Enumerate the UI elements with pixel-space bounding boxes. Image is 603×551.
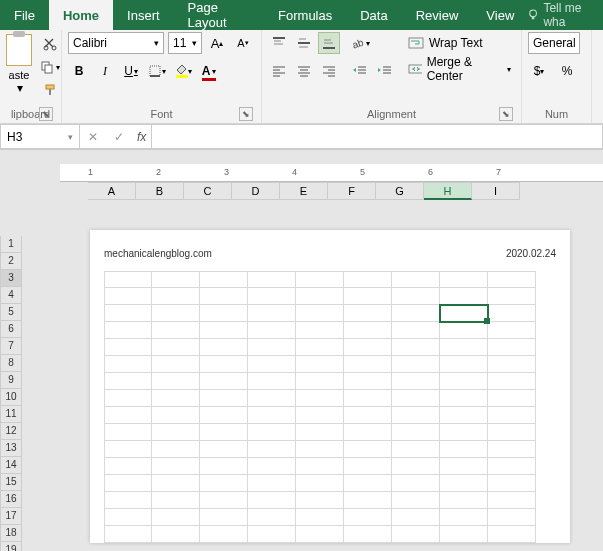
cell[interactable] <box>344 305 392 322</box>
align-right-button[interactable] <box>318 60 340 82</box>
cell[interactable] <box>440 407 488 424</box>
cell[interactable] <box>104 339 152 356</box>
column-header[interactable]: A <box>88 182 136 200</box>
cell[interactable] <box>392 526 440 543</box>
cell[interactable] <box>152 339 200 356</box>
cell[interactable] <box>152 458 200 475</box>
cell[interactable] <box>296 271 344 288</box>
tab-data[interactable]: Data <box>346 0 401 30</box>
bold-button[interactable]: B <box>68 60 90 82</box>
cell[interactable] <box>296 305 344 322</box>
row-header[interactable]: 18 <box>0 525 22 542</box>
cell[interactable] <box>248 492 296 509</box>
cell[interactable] <box>488 458 536 475</box>
row-header[interactable]: 19 <box>0 542 22 551</box>
cell[interactable] <box>296 441 344 458</box>
cell[interactable] <box>440 373 488 390</box>
cell[interactable] <box>488 509 536 526</box>
fx-label[interactable]: fx <box>132 130 151 144</box>
cell[interactable] <box>104 305 152 322</box>
cell[interactable] <box>248 475 296 492</box>
cell[interactable] <box>200 526 248 543</box>
cell[interactable] <box>392 475 440 492</box>
cell[interactable] <box>104 526 152 543</box>
row-header[interactable]: 17 <box>0 508 22 525</box>
cut-button[interactable] <box>36 34 64 54</box>
cell[interactable] <box>440 458 488 475</box>
column-header[interactable]: I <box>472 182 520 200</box>
tab-formulas[interactable]: Formulas <box>264 0 346 30</box>
cell[interactable] <box>344 475 392 492</box>
align-center-button[interactable] <box>293 60 315 82</box>
cell[interactable] <box>104 271 152 288</box>
cell[interactable] <box>200 373 248 390</box>
cell[interactable] <box>488 526 536 543</box>
cell[interactable] <box>392 424 440 441</box>
cancel-formula-button[interactable]: ✕ <box>80 130 106 144</box>
tell-me-search[interactable]: Tell me wha <box>528 0 603 30</box>
align-left-button[interactable] <box>268 60 290 82</box>
cell[interactable] <box>104 492 152 509</box>
column-header[interactable]: G <box>376 182 424 200</box>
cell[interactable] <box>440 356 488 373</box>
cell[interactable] <box>488 390 536 407</box>
cell[interactable] <box>104 458 152 475</box>
cell[interactable] <box>440 526 488 543</box>
cell[interactable] <box>392 373 440 390</box>
cell[interactable] <box>392 322 440 339</box>
row-header[interactable]: 5 <box>0 304 22 321</box>
tab-review[interactable]: Review <box>402 0 473 30</box>
cell[interactable] <box>344 373 392 390</box>
cell[interactable] <box>440 305 488 322</box>
column-header[interactable]: D <box>232 182 280 200</box>
cell[interactable] <box>488 271 536 288</box>
cell[interactable] <box>152 271 200 288</box>
row-header[interactable]: 7 <box>0 338 22 355</box>
cell[interactable] <box>440 322 488 339</box>
cell[interactable] <box>152 509 200 526</box>
row-header[interactable]: 15 <box>0 474 22 491</box>
row-header[interactable]: 3 <box>0 270 22 287</box>
number-format-select[interactable]: General <box>528 32 580 54</box>
decrease-font-button[interactable]: A▾ <box>232 32 254 54</box>
cell[interactable] <box>104 509 152 526</box>
cell[interactable] <box>392 390 440 407</box>
cell[interactable] <box>200 390 248 407</box>
cell[interactable] <box>296 407 344 424</box>
cell[interactable] <box>296 492 344 509</box>
cell[interactable] <box>488 475 536 492</box>
tab-file[interactable]: File <box>0 0 49 30</box>
font-name-select[interactable]: Calibri▾ <box>68 32 164 54</box>
format-painter-button[interactable] <box>36 80 64 100</box>
cell[interactable] <box>152 322 200 339</box>
wrap-text-button[interactable]: Wrap Text <box>404 32 515 54</box>
column-header[interactable]: F <box>328 182 376 200</box>
cell[interactable] <box>344 458 392 475</box>
cell[interactable] <box>104 373 152 390</box>
row-header[interactable]: 10 <box>0 389 22 406</box>
cell[interactable] <box>200 441 248 458</box>
cell[interactable] <box>248 407 296 424</box>
cell[interactable] <box>344 322 392 339</box>
orientation-button[interactable]: ab▾ <box>349 32 371 54</box>
cell[interactable] <box>248 424 296 441</box>
cell[interactable] <box>440 441 488 458</box>
column-header[interactable]: E <box>280 182 328 200</box>
cell[interactable] <box>248 390 296 407</box>
cell[interactable] <box>440 424 488 441</box>
cell[interactable] <box>248 322 296 339</box>
tab-insert[interactable]: Insert <box>113 0 174 30</box>
cell[interactable] <box>392 441 440 458</box>
increase-indent-button[interactable] <box>374 60 396 82</box>
cell[interactable] <box>344 356 392 373</box>
row-header[interactable]: 4 <box>0 287 22 304</box>
cell[interactable] <box>152 475 200 492</box>
cell[interactable] <box>200 407 248 424</box>
percent-button[interactable]: % <box>556 60 578 82</box>
cell[interactable] <box>200 509 248 526</box>
tab-home[interactable]: Home <box>49 0 113 30</box>
cell[interactable] <box>248 441 296 458</box>
cell[interactable] <box>152 424 200 441</box>
cell[interactable] <box>488 441 536 458</box>
row-header[interactable]: 16 <box>0 491 22 508</box>
